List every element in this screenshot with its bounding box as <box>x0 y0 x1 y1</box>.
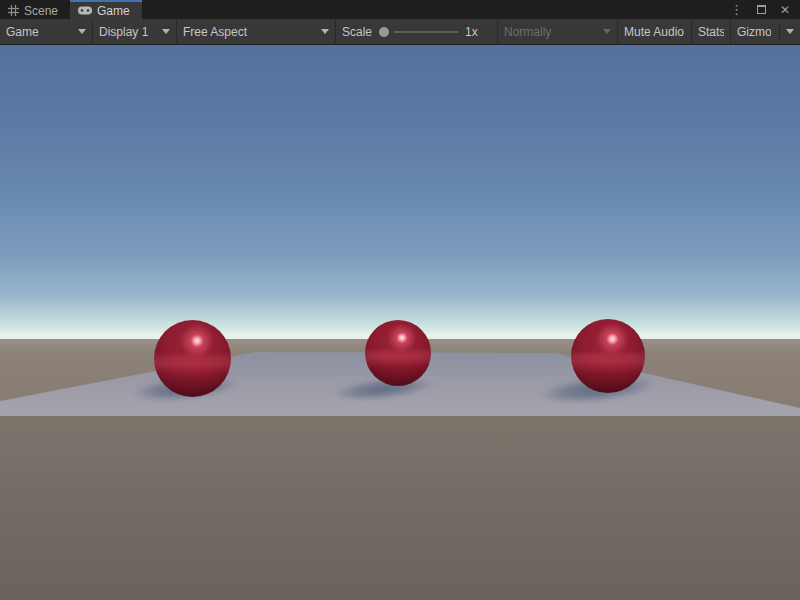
display-target-label: Display 1 <box>99 25 156 39</box>
tab-game[interactable]: Game <box>70 0 142 19</box>
scale-slider-knob[interactable] <box>379 27 389 37</box>
chevron-down-icon <box>603 29 611 34</box>
tab-bar: Scene Game ⋮ ✕ <box>0 0 800 19</box>
red-sphere-left <box>154 320 231 397</box>
chevron-down-icon <box>78 29 86 34</box>
chevron-down-icon <box>162 29 170 34</box>
aspect-ratio-dropdown[interactable]: Free Aspect <box>177 19 336 44</box>
tab-bar-spacer <box>142 0 730 19</box>
display-target-dropdown[interactable]: Display 1 <box>93 19 177 44</box>
grid-icon <box>8 5 19 16</box>
scale-slider-track[interactable] <box>394 31 458 33</box>
scale-control: Scale 1x <box>336 19 498 44</box>
tab-label: Scene <box>24 4 58 18</box>
display-mode-label: Game <box>6 25 72 39</box>
mute-audio-label: Mute Audio <box>624 25 685 39</box>
tab-label: Game <box>97 4 130 18</box>
chevron-down-icon <box>321 29 329 34</box>
scale-value: 1x <box>465 25 478 39</box>
scale-label: Scale <box>342 25 372 39</box>
stats-label: Stats <box>698 25 724 39</box>
chevron-down-icon <box>786 29 794 34</box>
close-icon[interactable]: ✕ <box>780 4 790 16</box>
game-view-toolbar: Game Display 1 Free Aspect Scale 1x Norm… <box>0 19 800 45</box>
maximize-square <box>757 5 766 14</box>
play-focus-dropdown: Normally <box>498 19 618 44</box>
tab-scene[interactable]: Scene <box>0 0 70 19</box>
mute-audio-button[interactable]: Mute Audio <box>618 19 692 44</box>
maximize-icon[interactable] <box>757 4 766 16</box>
stats-button[interactable]: Stats <box>692 19 731 44</box>
aspect-ratio-label: Free Aspect <box>183 25 315 39</box>
divider <box>779 24 780 40</box>
display-mode-dropdown[interactable]: Game <box>0 19 93 44</box>
gizmos-dropdown[interactable]: Gizmos <box>731 19 800 44</box>
near-ground <box>0 414 800 600</box>
gamepad-icon <box>78 6 92 15</box>
game-viewport[interactable] <box>0 45 800 600</box>
gizmos-label: Gizmos <box>737 25 771 39</box>
unity-game-view-window: Scene Game ⋮ ✕ Game Display 1 <box>0 0 800 600</box>
skybox-gradient <box>0 45 800 341</box>
red-sphere-middle <box>365 320 431 386</box>
window-controls: ⋮ ✕ <box>730 0 800 19</box>
play-focus-label: Normally <box>504 25 597 39</box>
kebab-menu-icon[interactable]: ⋮ <box>730 3 743 16</box>
red-sphere-right <box>571 319 645 393</box>
